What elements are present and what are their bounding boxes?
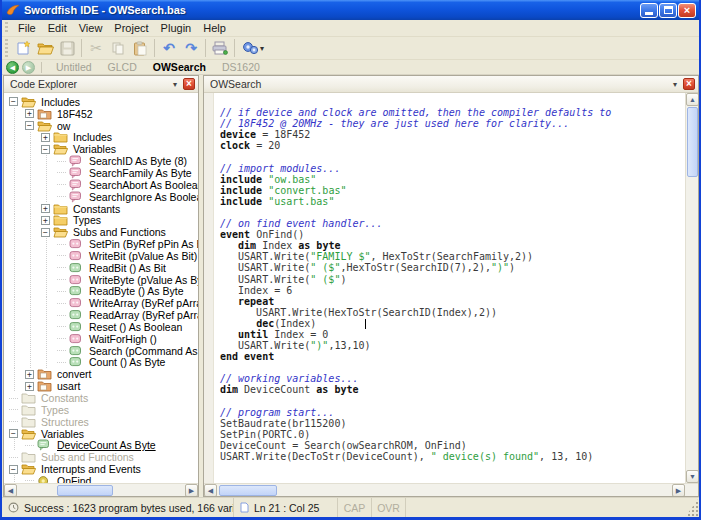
menu-item-help[interactable]: Help [197,21,232,35]
editor-hscrollbar[interactable]: ◀ ▶ [204,483,698,496]
menu-item-project[interactable]: Project [108,21,154,35]
tree-item[interactable]: Search (pCommand As Byte, pOnSearch [7,345,198,357]
tree-item[interactable]: SearchID As Byte (8) [7,155,198,167]
save-button[interactable] [56,38,78,58]
minimize-button[interactable] [640,3,658,18]
explorer-dropdown-icon[interactable]: ▾ [173,80,177,89]
scroll-right-icon[interactable]: ▶ [672,484,685,497]
scroll-down-icon[interactable]: ▼ [686,470,698,483]
code-line[interactable]: repeat [220,296,685,307]
scroll-right-icon[interactable]: ▶ [185,484,198,497]
paste-button[interactable] [129,38,151,58]
code-line[interactable] [220,396,685,407]
nav-forward-button[interactable]: ▶ [22,61,35,74]
tree-item[interactable]: SearchIgnore As Boolean [7,191,198,203]
tree-item[interactable]: −Subs and Functions [7,226,198,238]
code-line[interactable]: USART.Write(HexToStr(SearchID(Index),2)) [220,307,685,318]
tree-item[interactable]: Types [7,404,198,416]
code-line[interactable]: dim DeviceCount as byte [220,384,685,395]
tree-item[interactable]: ReadBit () As Bit [7,262,198,274]
tree-item[interactable]: WriteByte (pValue As Byte) [7,274,198,286]
code-area[interactable]: // if device and clock are omitted, then… [214,93,685,483]
code-line[interactable]: USART.Write("FAMILY $", HexToStr(SearchF… [220,251,685,262]
editor-vscroll-thumb[interactable] [687,107,698,177]
code-line[interactable]: USART.Write(" ($",HexToStr(SearchID(7),2… [220,262,685,273]
document-tab-untitled[interactable]: Untitled [48,61,100,73]
document-tab-glcd[interactable]: GLCD [100,61,145,73]
code-line[interactable]: end event [220,351,685,362]
menu-grip[interactable] [4,22,9,35]
code-line[interactable]: Index = 6 [220,285,685,296]
scroll-up-icon[interactable]: ▲ [686,93,698,106]
document-tab-owsearch[interactable]: OWSearch [145,61,214,73]
tree-item[interactable]: −Variables [7,143,198,155]
title-bar[interactable]: Swordfish IDE - OWSearch.bas × [2,0,699,20]
code-line[interactable]: USART.Write(" ($") [220,274,685,285]
code-explorer-header[interactable]: Code Explorer ▾ × [4,76,198,93]
copy-button[interactable] [107,38,129,58]
redo-button[interactable]: ↷ [180,38,202,58]
expand-icon[interactable]: + [25,370,34,379]
code-line[interactable] [220,96,685,107]
code-line[interactable]: event OnFind() [220,229,685,240]
editor-hscroll-thumb[interactable] [219,485,277,496]
tree-item[interactable]: +Includes [7,132,198,144]
editor-dropdown-icon[interactable]: ▾ [673,80,677,89]
code-line[interactable] [220,362,685,373]
maximize-button[interactable] [659,3,677,18]
document-tab-ds1620[interactable]: DS1620 [214,61,268,73]
editor-header[interactable]: OWSearch ▾ × [204,76,698,93]
editor-vscroll-track[interactable] [686,106,698,470]
collapse-icon[interactable]: − [41,228,50,237]
expand-icon[interactable]: + [25,109,34,118]
tree-item[interactable]: +usart [7,380,198,392]
explorer-close-button[interactable]: × [183,78,195,90]
editor-vscrollbar[interactable]: ▲ ▼ [685,93,698,483]
collapse-icon[interactable]: − [9,465,18,474]
code-line[interactable]: // working variables... [220,373,685,384]
explorer-hscroll-track[interactable] [17,484,185,496]
menu-item-edit[interactable]: Edit [42,21,73,35]
undo-button[interactable]: ↶ [158,38,180,58]
tree-item[interactable]: +Types [7,214,198,226]
code-line[interactable]: DeviceCount = Search(owSearchROM, OnFind… [220,440,685,451]
code-line[interactable]: USART.Write(")",13,10) [220,340,685,351]
tree-item[interactable]: +convert [7,368,198,380]
code-line[interactable]: until Index = 0 [220,329,685,340]
code-line[interactable]: dec(Index) [220,318,685,329]
open-file-button[interactable] [34,38,56,58]
program-button[interactable]: ▾ [238,38,268,58]
code-line[interactable]: // 18F452 @ 20MHz - they are just used h… [220,118,685,129]
code-line[interactable]: USART.Write(DecToStr(DeviceCount), " dev… [220,451,685,462]
expand-icon[interactable]: + [41,216,50,225]
tree-item[interactable]: WaitForHigh () [7,333,198,345]
compile-button[interactable] [209,38,231,58]
tree-item[interactable]: Reset () As Boolean [7,321,198,333]
expand-icon[interactable]: + [41,133,50,142]
tree-item[interactable]: ReadArray (ByRef pArray() As Byte, pM [7,309,198,321]
scroll-left-icon[interactable]: ◀ [204,484,217,497]
code-line[interactable]: include "usart.bas" [220,196,685,207]
tree-item[interactable]: SetPin (ByRef pPin As Bit) [7,238,198,250]
tree-item[interactable]: Structures [7,416,198,428]
code-line[interactable]: // program start... [220,407,685,418]
expand-icon[interactable]: + [25,382,34,391]
tree-item[interactable]: SearchFamily As Byte [7,167,198,179]
collapse-icon[interactable]: − [9,429,18,438]
code-line[interactable]: include "ow.bas" [220,174,685,185]
cut-button[interactable]: ✂ [85,38,107,58]
tree-item[interactable]: −Interrupts and Events [7,463,198,475]
editor-close-button[interactable]: × [683,78,695,90]
explorer-hscroll-thumb[interactable] [57,485,113,496]
resize-grip[interactable] [685,498,699,517]
tree-item[interactable]: Count () As Byte [7,357,198,369]
tree-item[interactable]: SearchAbort As Boolean [7,179,198,191]
code-line[interactable]: // import modules... [220,163,685,174]
tree-item[interactable]: ReadByte () As Byte [7,286,198,298]
tree-item[interactable]: −Variables [7,428,198,440]
tree-item[interactable]: OnFind [7,475,198,483]
program-dropdown-icon[interactable]: ▾ [260,44,264,53]
tree-item[interactable]: +18F452 [7,108,198,120]
tree-item[interactable]: +Constants [7,203,198,215]
code-line[interactable]: SetPin(PORTC.0) [220,429,685,440]
